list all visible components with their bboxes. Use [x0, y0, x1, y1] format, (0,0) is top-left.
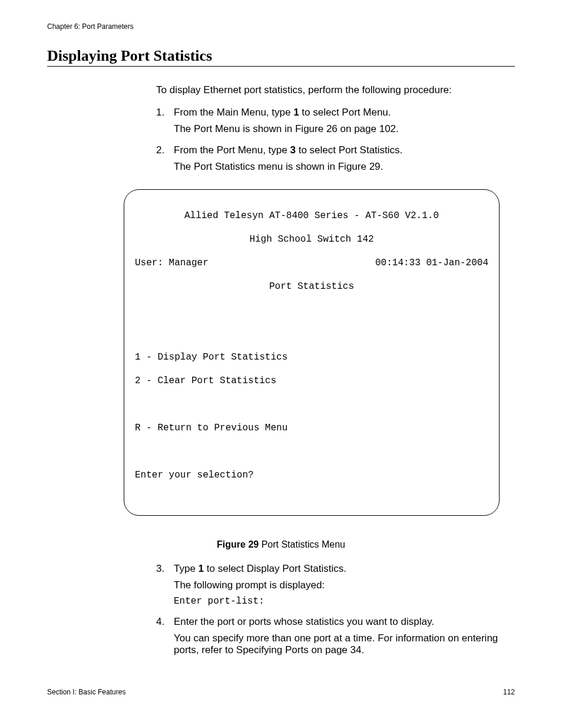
terminal-option-r: R - Return to Previous Menu: [135, 422, 488, 434]
step-follow: The Port Statistics menu is shown in Fig…: [174, 161, 515, 173]
step-3: 3. Type 1 to select Display Port Statist…: [156, 563, 515, 607]
step-number: 3.: [156, 563, 164, 575]
page-footer: Section I: Basic Features 112: [47, 688, 515, 696]
section-title: Displaying Port Statistics: [47, 47, 515, 67]
step-text: Enter the port or ports whose statistics…: [174, 616, 434, 627]
terminal-user-row: User: Manager00:14:33 01-Jan-2004: [135, 257, 488, 269]
steps-continued: 3. Type 1 to select Display Port Statist…: [156, 563, 515, 656]
page: Chapter 6: Port Parameters Displaying Po…: [0, 0, 562, 728]
figure-label: Figure 29: [217, 539, 259, 549]
step-text: Type 1 to select Display Port Statistics…: [174, 563, 346, 574]
step-number: 2.: [156, 144, 164, 156]
figure-caption-text: Port Statistics Menu: [259, 539, 345, 549]
terminal-blank: [135, 446, 488, 457]
step-follow: The Port Menu is shown in Figure 26 on p…: [174, 123, 515, 135]
terminal-option-2: 2 - Clear Port Statistics: [135, 375, 488, 387]
step-4: 4. Enter the port or ports whose statist…: [156, 616, 515, 656]
terminal-user: User: Manager: [135, 257, 209, 269]
step-1: 1. From the Main Menu, type 1 to select …: [156, 107, 515, 135]
terminal-blank: [135, 304, 488, 316]
step-list-2: 3. Type 1 to select Display Port Statist…: [156, 563, 515, 656]
step-text: From the Port Menu, type 3 to select Por…: [174, 144, 402, 156]
step-list: 1. From the Main Menu, type 1 to select …: [156, 107, 515, 173]
intro-text: To display Ethernet port statistics, per…: [156, 84, 515, 96]
terminal-datetime: 00:14:33 01-Jan-2004: [375, 257, 488, 269]
step-number: 4.: [156, 616, 164, 628]
footer-section: Section I: Basic Features: [47, 688, 125, 696]
figure-caption: Figure 29 Port Statistics Menu: [47, 539, 515, 550]
step-number: 1.: [156, 107, 164, 118]
step-code: Enter port-list:: [174, 596, 515, 607]
terminal-menu-title: Port Statistics: [135, 281, 488, 292]
terminal-title-line: Allied Telesyn AT-8400 Series - AT-S60 V…: [135, 210, 488, 222]
chapter-header: Chapter 6: Port Parameters: [47, 22, 515, 31]
footer-page-number: 112: [503, 688, 515, 696]
terminal-blank: [135, 328, 488, 340]
intro-paragraph: To display Ethernet port statistics, per…: [156, 84, 515, 173]
terminal-prompt: Enter your selection?: [135, 469, 488, 481]
terminal-option-1: 1 - Display Port Statistics: [135, 351, 488, 363]
terminal-screenshot: Allied Telesyn AT-8400 Series - AT-S60 V…: [124, 189, 500, 516]
step-follow: You can specify more than one port at a …: [174, 633, 515, 656]
terminal-blank: [135, 398, 488, 410]
terminal-subtitle-line: High School Switch 142: [135, 233, 488, 245]
step-2: 2. From the Port Menu, type 3 to select …: [156, 144, 515, 173]
step-follow: The following prompt is displayed:: [174, 579, 515, 591]
step-text: From the Main Menu, type 1 to select Por…: [174, 107, 391, 118]
